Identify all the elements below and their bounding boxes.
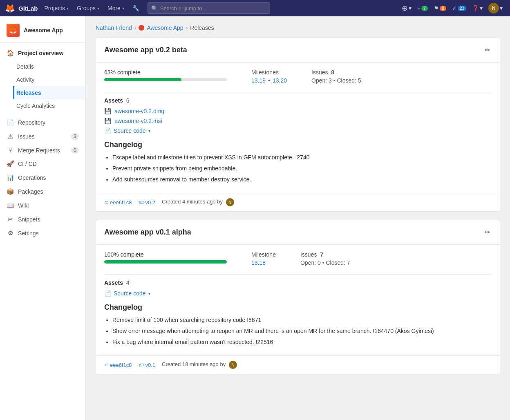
edit-release-button[interactable]: ✏	[483, 45, 492, 56]
breadcrumb-separator: ›	[186, 25, 188, 31]
plus-icon: ⊕	[402, 4, 408, 13]
chevron-down-icon: ▾	[97, 6, 99, 11]
issues-count-badge: 3	[71, 133, 79, 140]
sidebar-item-activity[interactable]: Activity	[13, 73, 85, 86]
merge-requests-count-badge: 0	[71, 147, 79, 154]
search-bar[interactable]: 🔍 Search or jump to...	[148, 2, 270, 14]
sidebar-item-issues[interactable]: ⚠ Issues 3	[0, 130, 85, 143]
chevron-down-icon: ▾	[67, 6, 69, 11]
sidebar-item-settings[interactable]: ⚙ Settings	[0, 226, 85, 240]
merge-requests-nav-button[interactable]: ⑂ 7	[415, 0, 430, 16]
issues-block: Issues 8 Open: 3 • Closed: 5	[311, 69, 361, 84]
release-card: Awesome app v0.1 alpha ✏ 100% complete M…	[96, 220, 500, 374]
release-footer: ⊂ eee6f1c8 🏷 v0.2 Created 4 minutes ago …	[96, 193, 500, 211]
milestones-block: Milestones 13.19 • 13.20	[251, 69, 287, 84]
ci-icon: 🚀	[7, 160, 14, 168]
todos-nav-button[interactable]: ✓ 23	[450, 0, 469, 16]
asset-link[interactable]: 💾 awesome-v0.2.dmg	[104, 108, 492, 114]
help-button[interactable]: ❓ ▾	[470, 0, 485, 16]
sidebar-item-label: Cycle Analytics	[16, 103, 55, 109]
created-text: Created 4 minutes ago by N	[162, 198, 234, 206]
sidebar-item-label: Settings	[18, 230, 39, 237]
list-item: Fix a bug where internal email pattern w…	[112, 338, 492, 346]
changelog-list: Escape label and milestone titles to pre…	[104, 153, 492, 184]
list-item: Show error message when attempting to re…	[112, 327, 492, 335]
sidebar-item-details[interactable]: Details	[13, 60, 85, 73]
progress-label: 63% complete	[104, 69, 227, 76]
created-text: Created 18 minutes ago by N	[162, 361, 237, 369]
sidebar-item-label: Project overview	[18, 50, 63, 56]
issues-icon: ⚑	[434, 5, 439, 11]
sidebar-item-snippets[interactable]: ✂ Snippets	[0, 212, 85, 226]
release-title: Awesome app v0.2 beta	[104, 46, 187, 54]
sidebar-item-ci-cd[interactable]: 🚀 CI / CD	[0, 157, 85, 171]
progress-label: 100% complete	[104, 251, 227, 258]
milestones-label: Milestones	[251, 69, 287, 76]
milestone-link[interactable]: 13.20	[273, 77, 287, 84]
progress-section: 100% complete Milestone 13.18 Issues	[104, 251, 492, 266]
todos-badge: 23	[458, 6, 466, 11]
sidebar: 🦊 Awesome App 🏠 Project overview Details…	[0, 16, 86, 420]
nav-groups[interactable]: Groups ▾	[74, 0, 103, 16]
issues-label: Issues 8	[311, 69, 361, 76]
release-card: Awesome app v0.2 beta ✏ 63% complete Mil…	[96, 38, 500, 212]
gitlab-brand[interactable]: 🦊 GitLab	[5, 3, 38, 13]
breadcrumb-page: Releases	[190, 25, 214, 31]
release-body: 100% complete Milestone 13.18 Issues	[96, 245, 500, 355]
file-icon: 💾	[104, 108, 111, 114]
issues-detail: Open: 0 • Closed: 7	[300, 259, 350, 266]
file-icon: 💾	[104, 118, 111, 124]
help-icon: ❓	[472, 5, 479, 11]
milestone-link[interactable]: 13.18	[251, 259, 266, 266]
changelog-list: Remove limit of 100 when searching repos…	[104, 316, 492, 346]
sidebar-item-label: Activity	[16, 76, 34, 83]
changelog-title: Changelog	[104, 141, 492, 149]
tag-link[interactable]: 🏷 v0.2	[139, 199, 156, 206]
milestones-label: Milestone	[251, 251, 276, 258]
sidebar-item-operations[interactable]: 📊 Operations	[0, 171, 85, 185]
progress-bar-background	[104, 78, 227, 81]
breadcrumb-user[interactable]: Nathan Friend	[96, 25, 132, 31]
nav-spanner[interactable]: 🔧	[129, 0, 143, 16]
commit-link[interactable]: ⊂ eee6f1c8	[104, 199, 132, 206]
merge-requests-badge: 7	[421, 6, 428, 11]
sidebar-item-releases[interactable]: Releases	[13, 86, 85, 99]
milestone-link[interactable]: 13.19	[251, 77, 266, 84]
wiki-icon: 📖	[7, 202, 14, 209]
new-item-button[interactable]: ⊕ ▾	[399, 0, 414, 16]
nav-projects[interactable]: Projects ▾	[41, 0, 72, 16]
milestone-links: 13.18	[251, 259, 276, 266]
sidebar-app-header: 🦊 Awesome App	[0, 20, 85, 43]
nav-more[interactable]: More ▾	[104, 0, 128, 16]
search-placeholder: Search or jump to...	[160, 5, 206, 11]
sidebar-sub-overview: Details Activity Releases Cycle Analytic…	[0, 60, 85, 112]
brand-name: GitLab	[18, 5, 38, 12]
source-code-dropdown[interactable]: 📄 Source code ▾	[104, 290, 492, 297]
sidebar-item-project-overview[interactable]: 🏠 Project overview	[0, 46, 85, 60]
issues-nav-button[interactable]: ⚑ 8	[431, 0, 449, 16]
breadcrumb-separator: ›	[134, 25, 136, 31]
commit-icon: ⊂	[104, 199, 108, 205]
sidebar-item-label: Operations	[18, 174, 46, 181]
chevron-down-icon: ▾	[122, 6, 124, 11]
changelog-title: Changelog	[104, 303, 492, 312]
edit-release-button[interactable]: ✏	[483, 227, 492, 238]
breadcrumb-project[interactable]: Awesome App	[147, 25, 183, 31]
sidebar-overview-section: 🏠 Project overview Details Activity Rele…	[0, 46, 85, 116]
tag-link[interactable]: 🏷 v0.1	[139, 362, 156, 368]
breadcrumb: Nathan Friend › Awesome App › Releases	[96, 25, 500, 31]
snippets-icon: ✂	[7, 216, 14, 223]
search-icon: 🔍	[151, 5, 158, 11]
sidebar-item-cycle-analytics[interactable]: Cycle Analytics	[13, 99, 85, 112]
progress-section: 63% complete Milestones 13.19 • 13.20	[104, 69, 492, 84]
asset-link[interactable]: 💾 awesome-v0.2.msi	[104, 118, 492, 124]
sidebar-item-repository[interactable]: 📄 Repository	[0, 116, 85, 130]
user-avatar-button[interactable]: N ▾	[486, 0, 505, 16]
sidebar-item-packages[interactable]: 📦 Packages	[0, 185, 85, 199]
source-code-dropdown[interactable]: 📄 Source code ▾	[104, 127, 492, 134]
gitlab-logo: 🦊	[5, 3, 15, 13]
sidebar-item-wiki[interactable]: 📖 Wiki	[0, 199, 85, 212]
commit-link[interactable]: ⊂ eee6f1c8	[104, 362, 132, 368]
sidebar-item-merge-requests[interactable]: ⑂ Merge Requests 0	[0, 143, 85, 157]
chevron-down-icon: ▾	[500, 5, 503, 11]
